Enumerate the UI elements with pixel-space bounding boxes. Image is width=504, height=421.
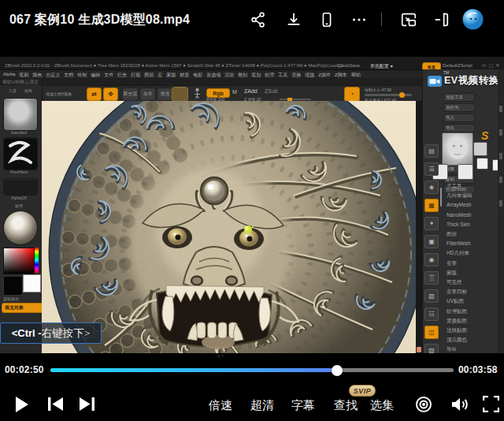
draw-size-label: 绘制大小 47.58 <box>365 88 391 92</box>
miniplayer-icon[interactable] <box>432 11 450 28</box>
play-icon[interactable] <box>15 396 29 416</box>
speed-button[interactable]: 倍速 <box>209 398 232 413</box>
stroke-curve-button: ◔ <box>344 87 360 102</box>
palette-tab-canvas: 画布 <box>9 88 47 93</box>
ctrl-right-click-tooltip: <Ctrl - 右键按下> <box>0 322 102 344</box>
tool-panel-chip: 导出 <box>443 124 475 132</box>
subpalette-icon: ▤ <box>424 144 439 158</box>
secondary-color-swatch <box>23 274 41 292</box>
zbrush-title-text: ZBrush 2022.0.2 ln32 - ZBrush Document ●… <box>5 63 343 68</box>
subpalette-item: NanoMesh <box>447 210 503 220</box>
tooltip-prefix: <Ctrl - <box>12 327 42 339</box>
subpalette-item: UV贴图 <box>447 296 503 306</box>
progress-bar[interactable] <box>50 368 454 372</box>
tool-panel-chip: 当前工具 <box>443 93 475 102</box>
previous-icon[interactable] <box>48 397 63 415</box>
tool-panel-chip: 另存为 <box>443 103 475 112</box>
subpalette-icon: ◉ <box>424 253 439 266</box>
brush-thumbnail <box>3 98 38 131</box>
zadd-toggle: ZAdd <box>244 88 258 94</box>
alpha-label: AlphaOff <box>0 196 38 200</box>
subpalette-icon: ✦ <box>424 217 439 230</box>
subpalette-item: ArrayMesh <box>447 200 503 210</box>
ev-watermark-text: EV视频转换器 <box>444 74 504 88</box>
tool-thumbnail-small-1 <box>476 158 488 170</box>
subpalette-item: 法线贴图 <box>447 326 503 335</box>
subpalette-item: FiberMesh <box>447 239 503 248</box>
pip-icon[interactable] <box>400 11 417 28</box>
player-controls: 倍速 超清 字幕 查找 SVIP 选集 <box>0 384 504 421</box>
tool-head-thumbnail <box>442 132 473 166</box>
subpalette-item: 几何体编辑 <box>447 191 503 200</box>
video-player-app: { "topbar": { "title": "067 案例10 生成3D模型0… <box>0 0 504 421</box>
alpha-thumbnail <box>3 178 38 196</box>
progress-thumb[interactable] <box>332 365 343 376</box>
toolbar-divider <box>381 13 382 26</box>
canvas-right-divider <box>416 101 422 353</box>
subpalette-icon: ☷ <box>424 307 439 321</box>
download-icon[interactable] <box>285 11 302 28</box>
progress-row: 00:02:50 00:03:58 <box>0 359 504 384</box>
phone-icon[interactable] <box>318 11 335 28</box>
subpalette-icon: ▣ <box>424 235 439 248</box>
zbrush-window-controls: ▭▢✕ <box>482 62 502 68</box>
shelf-gray-button: 条带 <box>139 88 156 101</box>
lion-relief-sculpture <box>42 101 416 353</box>
subpalette-item: 变形 <box>447 259 503 268</box>
subpalette-item: 可见性 <box>447 278 503 287</box>
svip-badge: SVIP <box>349 385 376 397</box>
subpalette-item: 子工具 <box>447 181 503 191</box>
more-icon[interactable] <box>350 11 368 28</box>
canvas-scroll-marker <box>417 347 421 352</box>
quicksave-label: QuickSave <box>337 63 360 68</box>
tool-panel-chip: 导入 <box>443 114 475 122</box>
zbrush-tool-panel: TM EV视频转换器 当前工具另存为导入导出全部可见GoZ克隆复制生成PM3D … <box>422 69 504 353</box>
draw-size-slider <box>365 94 412 96</box>
subpalette-icon: ◫ <box>424 326 439 339</box>
material-sphere-thumbnail <box>3 210 38 245</box>
share-icon[interactable] <box>250 11 267 28</box>
avatar[interactable] <box>462 9 484 30</box>
subpalette-item: 置换贴图 <box>447 316 503 326</box>
subpalette-icon: ▦ <box>424 199 439 212</box>
stroke-label: FreeHand <box>0 170 38 174</box>
hue-strip <box>35 248 39 273</box>
subpalette-icon: ▧ <box>424 289 439 303</box>
subpalette-item: 变形目标 <box>447 287 503 296</box>
subtitles-button[interactable]: 字幕 <box>291 398 315 413</box>
zoom-doc-label: 缩放文档X视角 <box>46 91 72 96</box>
zscript-label: DefaultZScript <box>443 63 472 68</box>
subpalette-item: 图层 <box>447 229 503 239</box>
total-time: 00:03:58 <box>458 364 498 375</box>
zsub-toggle: ZSub <box>265 88 278 94</box>
m-toggle: M <box>232 89 237 95</box>
video-surface[interactable]: ZBrush 2022.0.2 ln32 - ZBrush Document ●… <box>0 47 504 359</box>
progress-fill <box>50 368 337 372</box>
panel-scrollbar <box>440 188 442 207</box>
ev-watermark: TM EV视频转换器 <box>428 74 504 88</box>
subpalette-icon: ☰ <box>424 162 439 176</box>
fullscreen-icon[interactable] <box>483 396 499 415</box>
subpalette-item: HD几何体 <box>447 248 503 258</box>
z-intensity-slider <box>280 99 311 100</box>
quality-button[interactable]: 超清 <box>250 398 274 413</box>
material-quick-button <box>172 87 188 102</box>
s-badge: S <box>481 129 488 142</box>
color-picker <box>3 248 35 274</box>
record-icon[interactable] <box>415 396 432 416</box>
window-titlebar: 067 案例10 生成3D模型08.mp4 <box>0 0 504 47</box>
find-button[interactable]: 查找 <box>334 398 358 413</box>
shelf-gray-button: 透视 <box>157 88 173 101</box>
volume-icon[interactable] <box>450 396 469 416</box>
video-title: 067 案例10 生成3D模型08.mp4 <box>9 12 190 28</box>
shelf-gray-button: 聚光笔 <box>122 88 139 101</box>
episodes-button[interactable]: 选集 <box>370 398 394 413</box>
next-icon[interactable] <box>80 397 94 415</box>
tooltip-text: 右键按下> <box>42 326 91 341</box>
stroke-preview-thumbnail-2 <box>458 164 473 180</box>
right-edge-tray <box>498 69 504 353</box>
subpalette-item: 顶点颜色 <box>447 335 503 345</box>
subpalette-icon: ▒ <box>424 271 439 285</box>
zbrush-left-palette: 工具 画布 Standard FreeHand AlphaOff 材质 选取颜色… <box>0 85 43 353</box>
main-color-swatch <box>3 276 23 296</box>
